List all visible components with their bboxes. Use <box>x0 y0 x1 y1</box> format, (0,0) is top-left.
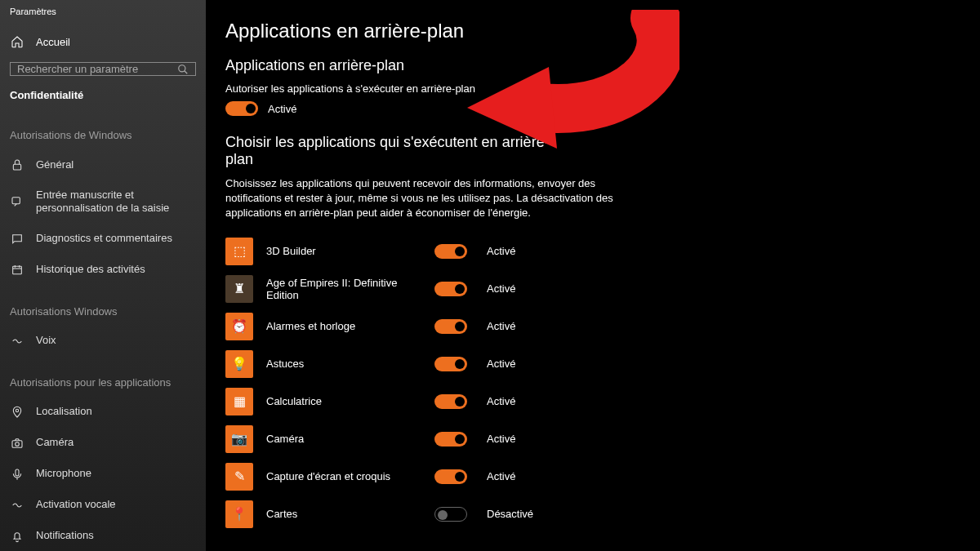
app-name-label: Capture d'écran et croquis <box>266 470 421 482</box>
home-icon <box>10 34 24 49</box>
sidebar-item-activation-vocale[interactable]: Activation vocale <box>0 490 206 521</box>
sidebar-item-label: Caméra <box>36 436 74 449</box>
page-title: Applications en arrière-plan <box>225 20 960 42</box>
svg-rect-3 <box>12 198 20 204</box>
sidebar-item-label: Général <box>36 158 74 171</box>
lock-icon <box>10 158 24 172</box>
speech-icon <box>10 194 24 209</box>
sidebar-item-label: Entrée manuscrite et personnalisation de… <box>36 189 196 216</box>
voice-icon <box>10 334 24 349</box>
history-icon <box>10 263 24 278</box>
sidebar-item-historique-des-activit-s[interactable]: Historique des activités <box>0 255 206 286</box>
svg-rect-4 <box>13 266 22 273</box>
app-icon: 📷 <box>225 425 253 453</box>
app-name-label: Cartes <box>266 508 421 520</box>
app-row: 💡AstucesActivé <box>225 345 960 383</box>
sidebar-item-notifications[interactable]: Notifications <box>0 521 206 552</box>
sidebar-item-g-n-ral[interactable]: Général <box>0 149 206 180</box>
voice-icon <box>10 498 24 513</box>
app-row: ▦CalculatriceActivé <box>225 383 960 420</box>
section-choose-apps-desc: Choisissez les applications qui peuvent … <box>225 176 650 221</box>
home-button[interactable]: Accueil <box>0 28 206 56</box>
app-name-label: Calculatrice <box>266 395 421 407</box>
svg-rect-11 <box>16 469 19 476</box>
svg-rect-9 <box>12 440 22 447</box>
main-content: Applications en arrière-plan Application… <box>206 0 980 551</box>
sidebar-item-label: Voix <box>36 334 56 347</box>
sidebar-item-label: Historique des activités <box>36 263 145 276</box>
svg-point-10 <box>16 442 20 446</box>
bell-icon <box>10 529 24 544</box>
sidebar-item-label: Notifications <box>36 529 94 542</box>
group-label-windows-auth-2: Autorisations Windows <box>0 286 206 326</box>
app-icon: ⏰ <box>225 313 253 340</box>
app-toggle-state: Activé <box>487 433 515 445</box>
app-toggle[interactable] <box>434 319 467 334</box>
app-name-label: 3D Builder <box>266 245 421 257</box>
app-toggle-state: Activé <box>487 358 515 370</box>
app-name-label: Astuces <box>266 358 421 370</box>
app-toggle[interactable] <box>434 357 467 371</box>
app-toggle[interactable] <box>434 282 467 296</box>
app-toggle-state: Activé <box>487 245 515 257</box>
group-label-app-auth: Autorisations pour les applications <box>0 357 206 397</box>
app-row: 📷CaméraActivé <box>225 420 960 458</box>
location-icon <box>10 405 24 420</box>
app-name-label: Age of Empires II: Definitive Edition <box>266 277 421 301</box>
sidebar-item-diagnostics-et-commentaires[interactable]: Diagnostics et commentaires <box>0 224 206 255</box>
sidebar-item-label: Microphone <box>36 467 91 480</box>
svg-rect-2 <box>13 164 20 170</box>
window-title: Paramètres <box>0 7 206 28</box>
sidebar-item-entr-e-manuscrite-et-personnal[interactable]: Entrée manuscrite et personnalisation de… <box>0 180 206 224</box>
camera-icon <box>10 436 24 451</box>
search-icon <box>177 64 189 75</box>
sidebar-item-cam-ra[interactable]: Caméra <box>0 428 206 459</box>
master-toggle[interactable] <box>225 101 258 116</box>
app-toggle-state: Activé <box>487 470 515 482</box>
app-toggle-state: Activé <box>487 320 515 332</box>
app-toggle[interactable] <box>434 394 467 409</box>
section-choose-apps-title: Choisir les applications qui s'exécutent… <box>225 134 552 168</box>
sidebar-item-microphone[interactable]: Microphone <box>0 459 206 490</box>
app-row: ♜Age of Empires II: Definitive EditionAc… <box>225 270 960 308</box>
app-toggle-state: Désactivé <box>487 508 533 520</box>
app-toggle-state: Activé <box>487 282 515 295</box>
app-icon: ▦ <box>225 388 253 415</box>
app-toggle[interactable] <box>434 507 467 522</box>
sidebar-item-label: Localisation <box>36 405 92 418</box>
svg-line-1 <box>185 70 188 73</box>
app-toggle[interactable] <box>434 244 467 259</box>
allow-background-label: Autoriser les applications à s'exécuter … <box>225 82 960 95</box>
search-input-container[interactable] <box>10 62 196 76</box>
sidebar-item-label: Activation vocale <box>36 498 116 511</box>
group-label-windows-auth: Autorisations de Windows <box>0 109 206 149</box>
svg-point-8 <box>16 409 18 411</box>
sidebar-item-label: Diagnostics et commentaires <box>36 232 172 245</box>
app-icon: ⬚ <box>225 238 253 265</box>
app-row: ✎Capture d'écran et croquisActivé <box>225 458 960 495</box>
app-icon: 💡 <box>225 350 253 378</box>
sidebar: Paramètres Accueil Confidentialité Autor… <box>0 0 206 551</box>
current-section-label: Confidentialité <box>0 89 206 109</box>
search-input[interactable] <box>17 63 177 75</box>
app-row: 📍CartesDésactivé <box>225 495 960 533</box>
app-row: ⬚3D BuilderActivé <box>225 233 960 270</box>
app-name-label: Alarmes et horloge <box>266 320 421 332</box>
mic-icon <box>10 467 24 482</box>
app-toggle[interactable] <box>434 432 467 447</box>
section-background-apps-title: Applications en arrière-plan <box>225 57 960 74</box>
app-name-label: Caméra <box>266 433 421 445</box>
home-label: Accueil <box>36 36 70 48</box>
feedback-icon <box>10 232 24 247</box>
app-icon: 📍 <box>225 500 253 528</box>
app-toggle-state: Activé <box>487 395 515 407</box>
app-list: ⬚3D BuilderActivé♜Age of Empires II: Def… <box>225 233 960 533</box>
sidebar-item-voix[interactable]: Voix <box>0 326 206 357</box>
sidebar-item-localisation[interactable]: Localisation <box>0 397 206 428</box>
app-icon: ✎ <box>225 463 253 491</box>
svg-point-0 <box>179 64 185 71</box>
master-toggle-state: Activé <box>268 103 296 115</box>
app-toggle[interactable] <box>434 469 467 484</box>
app-icon: ♜ <box>225 275 253 303</box>
app-row: ⏰Alarmes et horlogeActivé <box>225 308 960 345</box>
